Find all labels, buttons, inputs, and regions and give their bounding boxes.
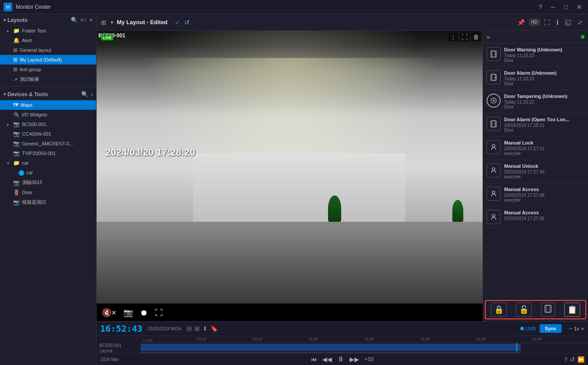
camera-icon-amcrest: 📷 bbox=[13, 141, 20, 147]
event-details-8: Manual Access 20/03/2024 17:27:46 bbox=[504, 210, 584, 221]
pb-extra-1[interactable]: ? bbox=[564, 356, 567, 363]
video-fullscreen-button[interactable]: ⛶ bbox=[155, 308, 163, 318]
event-item[interactable]: Manual Access 20/03/2024 17:27:46 bbox=[483, 206, 588, 228]
folder-icon: 📁 bbox=[13, 28, 20, 34]
sidebar-item-test0615[interactable]: 📷 測驗0615 bbox=[0, 177, 96, 188]
timeline-tracks: BC500-001 Layout 13:00 13:30 14:00 14:30 bbox=[97, 336, 588, 353]
events-panel: » Door Warning (Unknown) Today 11:33:23 bbox=[483, 31, 588, 321]
video-more-icon[interactable]: ⋮ bbox=[448, 33, 458, 41]
event-item[interactable]: Door Warning (Unknown) Today 11:33:23 Do… bbox=[483, 43, 588, 67]
sidebar-item-door[interactable]: 🚪 Door bbox=[0, 188, 96, 197]
event-time-3: Today 11:33:22 bbox=[504, 100, 584, 105]
sidebar-item-amcrest[interactable]: 📷 Generic_AMCREST-0... bbox=[0, 139, 96, 148]
mute-button[interactable]: 🔇× bbox=[102, 308, 116, 318]
expand-view-button[interactable]: ⛶ bbox=[542, 18, 552, 27]
toolbar-left: ⊞ ▾ My Layout - Edited ✓ ↺ bbox=[100, 18, 512, 27]
timeline-track-bc500[interactable] bbox=[141, 344, 588, 351]
minimize-button[interactable]: ─ bbox=[548, 3, 558, 11]
video-delete-icon[interactable]: 🗑 bbox=[471, 33, 481, 41]
sidebar-item-my-layout[interactable]: ⊞ My Layout (Default) bbox=[0, 55, 96, 65]
event-item[interactable]: Door Tampering (Unknown) Today 11:33:22 … bbox=[483, 90, 588, 113]
camera-feed bbox=[97, 31, 483, 304]
grid-icon: ⊞ bbox=[13, 47, 18, 53]
skip-forward-button[interactable]: +10 bbox=[364, 356, 373, 362]
layout-icon[interactable]: ⊞ bbox=[195, 325, 200, 332]
check-icon[interactable]: ✓ bbox=[174, 18, 181, 27]
bookmark-icon[interactable]: 🔖 bbox=[210, 325, 218, 332]
sidebar-item-car-folder[interactable]: ▾ 📁 car bbox=[0, 158, 96, 168]
speed-increase-button[interactable]: + bbox=[581, 325, 584, 332]
io-icon: 🔌 bbox=[13, 112, 20, 118]
door-state-button[interactable] bbox=[541, 303, 555, 317]
fullscreen-button[interactable]: ⤢ bbox=[576, 18, 584, 27]
fast-forward-button[interactable]: ▶▶ bbox=[350, 356, 359, 363]
sidebar-item-car-sub[interactable]: ⬤ car bbox=[0, 168, 96, 177]
layout-grid-icon[interactable]: ⊞ bbox=[100, 18, 107, 27]
lock-button[interactable]: 🔒 bbox=[491, 303, 507, 317]
help-button[interactable]: ? bbox=[536, 3, 545, 11]
sidebar-item-alert[interactable]: 🔔 Alert bbox=[0, 36, 96, 45]
add-layout-icon[interactable]: + bbox=[89, 17, 93, 23]
grid-active-icon: ⊞ bbox=[13, 57, 18, 63]
sidebar-item-test-group[interactable]: ⊞ test group bbox=[0, 65, 96, 74]
devices-search-icon[interactable]: 🔍 bbox=[81, 91, 88, 98]
door-icon: 🚪 bbox=[13, 189, 20, 195]
sync-button[interactable]: Sync bbox=[540, 324, 562, 333]
sort-icon[interactable]: ≡↕ bbox=[80, 17, 87, 23]
camera-icon-tvip: 📷 bbox=[13, 150, 20, 156]
fit-button[interactable]: ◱ bbox=[563, 17, 573, 27]
video-controls-bar: 🔇× 📷 ⏺ ⛶ bbox=[97, 304, 483, 321]
search-icon[interactable]: 🔍 bbox=[71, 17, 78, 23]
track-label-bc500: BC500-001 bbox=[97, 343, 141, 348]
sidebar-item-cc400w[interactable]: 📷 CC400W-001 bbox=[0, 129, 96, 139]
event-type-5: averylee bbox=[504, 151, 584, 156]
unlock-button[interactable]: 🔓 bbox=[516, 303, 532, 317]
alert-icon: 🔔 bbox=[13, 37, 20, 43]
event-item[interactable]: Door Alarm (Open Too Lon... 20/03/2024 1… bbox=[483, 113, 588, 137]
sidebar-item-folder-test[interactable]: ▸ 📁 Folder Test bbox=[0, 26, 96, 36]
title-bar: M Monitor Center ? ─ □ ✕ bbox=[0, 0, 588, 14]
sidebar-item-bc500[interactable]: ▸ 📷 BC500-001 bbox=[0, 119, 96, 129]
sidebar-item-broadcast[interactable]: ↗ 測試輸播 bbox=[0, 74, 96, 84]
events-panel-header: » bbox=[483, 31, 588, 43]
pin-button[interactable]: 📌 bbox=[516, 18, 527, 27]
event-details-7: Manual Access 20/03/2024 17:27:48 averyl… bbox=[504, 187, 584, 202]
undo-icon[interactable]: ↺ bbox=[184, 18, 191, 27]
event-door-icon-2 bbox=[487, 70, 501, 84]
events-expand-button[interactable]: » bbox=[487, 33, 490, 40]
event-item[interactable]: Manual Unlock 20/03/2024 17:27:49 averyl… bbox=[483, 160, 588, 183]
prev-frame-button[interactable]: ⏮ bbox=[311, 356, 317, 363]
report-button[interactable]: 📋 bbox=[564, 303, 580, 317]
maximize-button[interactable]: □ bbox=[562, 3, 570, 11]
event-item[interactable]: Manual Lock 20/03/2024 17:27:51 averylee bbox=[483, 137, 588, 160]
speed-value: 1x bbox=[574, 326, 579, 331]
sidebar-item-general-layout[interactable]: ⊞ General layout bbox=[0, 45, 96, 55]
event-title-3: Door Tampering (Unknown) bbox=[504, 94, 584, 99]
close-button[interactable]: ✕ bbox=[574, 3, 584, 11]
hd-button[interactable]: HD bbox=[529, 19, 540, 25]
pb-extra-3[interactable]: ⏩ bbox=[577, 356, 584, 363]
app-icon: M bbox=[4, 3, 12, 11]
event-item[interactable]: Door Alarm (Unknown) Today 11:33:23 Door bbox=[483, 67, 588, 90]
record-button[interactable]: ⏺ bbox=[140, 308, 148, 318]
info-button[interactable]: ℹ bbox=[555, 18, 560, 27]
pb-extra-2[interactable]: ↺ bbox=[570, 356, 575, 363]
sidebar-item-tvip[interactable]: 📷 TVIP20050-001 bbox=[0, 148, 96, 158]
video-expand-icon[interactable]: ⛶ bbox=[460, 33, 469, 41]
devices-expand-icon[interactable]: ▾ bbox=[4, 92, 6, 97]
sidebar-item-maps[interactable]: 🗺 Maps bbox=[0, 100, 96, 110]
download-icon[interactable]: ⬇ bbox=[202, 325, 208, 332]
layouts-expand-icon[interactable]: ▾ bbox=[4, 18, 6, 22]
event-person-icon-5 bbox=[487, 140, 501, 154]
devices-collapse-icon[interactable]: ‹ bbox=[91, 91, 93, 98]
speed-decrease-button[interactable]: − bbox=[569, 325, 572, 332]
rewind-button[interactable]: ◀◀ bbox=[322, 356, 332, 363]
filter-icon[interactable]: ⊟ bbox=[187, 325, 192, 332]
sidebar-item-simulator[interactable]: 📷 模擬器測試 bbox=[0, 197, 96, 207]
sidebar-item-io-widgets[interactable]: 🔌 I/O Widgets bbox=[0, 110, 96, 119]
timeline-track-layout[interactable] bbox=[141, 352, 588, 353]
event-item[interactable]: Manual Access 20/03/2024 17:27:48 averyl… bbox=[483, 183, 588, 206]
play-pause-button[interactable]: ⏸ bbox=[337, 355, 344, 363]
playback-controls-bar: 2024.Mar ⏮ ◀◀ ⏸ ▶▶ +10 ? ↺ ⏩ bbox=[97, 353, 588, 365]
snapshot-button[interactable]: 📷 bbox=[123, 308, 133, 318]
